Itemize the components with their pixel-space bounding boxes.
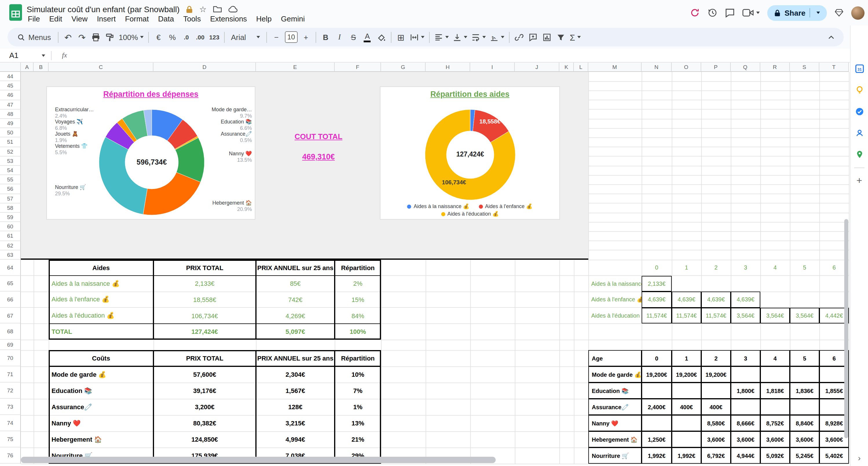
couts-age-cell[interactable]: 1,818€	[760, 382, 790, 399]
row-header-55[interactable]: 55	[0, 175, 21, 184]
menu-help[interactable]: Help	[252, 14, 277, 24]
couts-cell[interactable]: Education 📚	[49, 382, 153, 399]
comments-icon[interactable]	[725, 8, 735, 18]
column-header-C[interactable]: C	[49, 63, 153, 72]
row-header-72[interactable]: 72	[0, 382, 21, 399]
redo-icon[interactable]: ↷	[75, 30, 89, 44]
couts-age-cell[interactable]: 8,840€	[790, 415, 819, 431]
expand-panel-icon[interactable]: ›	[858, 453, 861, 463]
couts-age-cell[interactable]	[760, 399, 790, 415]
column-header-P[interactable]: P	[701, 63, 731, 72]
fill-color-icon[interactable]	[375, 30, 388, 44]
aides-header-cell[interactable]: PRIX ANNUEL sur 25 ans	[256, 260, 335, 275]
aides-age-cell[interactable]: 11,574€	[642, 308, 672, 324]
couts-age-label[interactable]: Nourriture 🛒	[588, 447, 642, 464]
row-header-53[interactable]: 53	[0, 156, 21, 166]
couts-age-cell[interactable]: 6,792€	[701, 447, 731, 464]
couts-cell[interactable]: 3,215€	[256, 415, 335, 431]
aides-cell[interactable]: Aides à l'enfance 💰	[49, 292, 153, 308]
couts-age-label[interactable]: Mode de garde 💰	[588, 366, 642, 382]
couts-cell[interactable]: 21%	[335, 431, 381, 447]
text-color-button[interactable]: A	[361, 30, 374, 44]
aides-cell[interactable]: Aides à l'éducation 💰	[49, 308, 153, 324]
aides-cell[interactable]: 4,269€	[256, 308, 335, 324]
menu-gemini[interactable]: Gemini	[276, 14, 309, 24]
couts-age-cell[interactable]: 8,752€	[760, 415, 790, 431]
couts-cell[interactable]: 80,382€	[153, 415, 256, 431]
column-header-R[interactable]: R	[760, 63, 790, 72]
bold-button[interactable]: B	[319, 30, 332, 44]
column-header-Q[interactable]: Q	[731, 63, 760, 72]
aides-total-cell[interactable]: 100%	[335, 324, 381, 340]
aides-cell[interactable]: 18,558€	[153, 292, 256, 308]
age-header-cell[interactable]: 4	[760, 350, 790, 366]
row-header-45[interactable]: 45	[0, 81, 21, 90]
functions-button[interactable]: Σ	[568, 30, 583, 44]
column-header-G[interactable]: G	[381, 63, 426, 72]
couts-header-cell[interactable]: PRIX TOTAL	[153, 350, 256, 366]
couts-age-label[interactable]: Hebergement 🏠	[588, 431, 642, 447]
row-header-71[interactable]: 71	[0, 366, 21, 382]
aides-age-cell[interactable]: 11,574€	[672, 308, 701, 324]
menus-button[interactable]: Menus	[13, 30, 55, 44]
aides-header-cell[interactable]: Aides	[49, 260, 153, 275]
row-header-58[interactable]: 58	[0, 203, 21, 213]
couts-cell[interactable]: 39,176€	[153, 382, 256, 399]
couts-age-cell[interactable]: 4,944€	[731, 447, 760, 464]
couts-age-cell[interactable]: 1,992€	[642, 447, 672, 464]
aides-age-cell[interactable]: 4,639€	[672, 292, 701, 308]
get-addons-icon[interactable]: +	[855, 176, 864, 185]
format-currency-button[interactable]: €	[152, 30, 165, 44]
sheets-logo-icon[interactable]	[9, 4, 22, 23]
age-header-cell[interactable]: 3	[731, 350, 760, 366]
couts-age-cell[interactable]: 5,245€	[790, 447, 819, 464]
aides-cell[interactable]: 2,133€	[153, 275, 256, 292]
age-header-cell[interactable]: 4	[760, 260, 790, 275]
aides-age-cell[interactable]: 4,639€	[642, 292, 672, 308]
couts-age-cell[interactable]	[790, 366, 819, 382]
couts-age-cell[interactable]: 1,250€	[642, 431, 672, 447]
couts-cell[interactable]: Hebergement 🏠	[49, 431, 153, 447]
lock-badge-icon[interactable]	[186, 5, 193, 13]
couts-age-cell[interactable]: 3,600€	[701, 431, 731, 447]
meet-icon[interactable]	[742, 9, 760, 17]
couts-header-cell[interactable]: Coûts	[49, 350, 153, 366]
zoom-select[interactable]: 100%	[117, 30, 146, 44]
couts-age-cell[interactable]: 5,402€	[819, 447, 849, 464]
aides-total-cell[interactable]: 127,424€	[153, 324, 256, 340]
decrease-font-size-button[interactable]: −	[270, 30, 283, 44]
column-header-A[interactable]: A	[21, 63, 34, 72]
row-header-70[interactable]: 70	[0, 350, 21, 366]
menu-file[interactable]: File	[23, 14, 44, 24]
couts-cell[interactable]: 124,850€	[153, 431, 256, 447]
couts-age-cell[interactable]: 3,600€	[731, 431, 760, 447]
couts-age-cell[interactable]: 2,400€	[642, 399, 672, 415]
row-header-75[interactable]: 75	[0, 431, 21, 447]
row-header-65[interactable]: 65	[0, 275, 21, 292]
aides-cell[interactable]: 2%	[335, 275, 381, 292]
couts-header-cell[interactable]: PRIX ANNUEL sur 25 ans	[256, 350, 335, 366]
couts-age-cell[interactable]	[790, 399, 819, 415]
row-header-62[interactable]: 62	[0, 241, 21, 250]
aides-age-cell[interactable]: 4,639€	[731, 292, 760, 308]
menu-data[interactable]: Data	[153, 14, 179, 24]
row-header-54[interactable]: 54	[0, 166, 21, 175]
aides-age-cell[interactable]: 3,564€	[731, 308, 760, 324]
couts-cell[interactable]: 2,304€	[256, 366, 335, 382]
age-header-cell[interactable]: 5	[790, 350, 819, 366]
name-box[interactable]: A1	[0, 51, 51, 60]
insert-comment-icon[interactable]	[526, 30, 540, 44]
row-header-60[interactable]: 60	[0, 222, 21, 231]
aides-age-label[interactable]: Aides à la naissance 💰	[588, 275, 642, 292]
couts-age-cell[interactable]: 3,600€	[760, 431, 790, 447]
calendar-icon[interactable]: 31	[855, 64, 864, 73]
aides-total-cell[interactable]: TOTAL	[49, 324, 153, 340]
couts-cell[interactable]: 3,200€	[153, 399, 256, 415]
couts-age-label[interactable]: Nanny ❤️	[588, 415, 642, 431]
version-history-icon[interactable]	[707, 7, 717, 18]
format-percent-button[interactable]: %	[166, 30, 179, 44]
couts-age-cell[interactable]: 19,200€	[701, 366, 731, 382]
couts-age-cell[interactable]: 400€	[672, 399, 701, 415]
age-header-cell[interactable]: 3	[731, 260, 760, 275]
couts-cell[interactable]: 57,600€	[153, 366, 256, 382]
